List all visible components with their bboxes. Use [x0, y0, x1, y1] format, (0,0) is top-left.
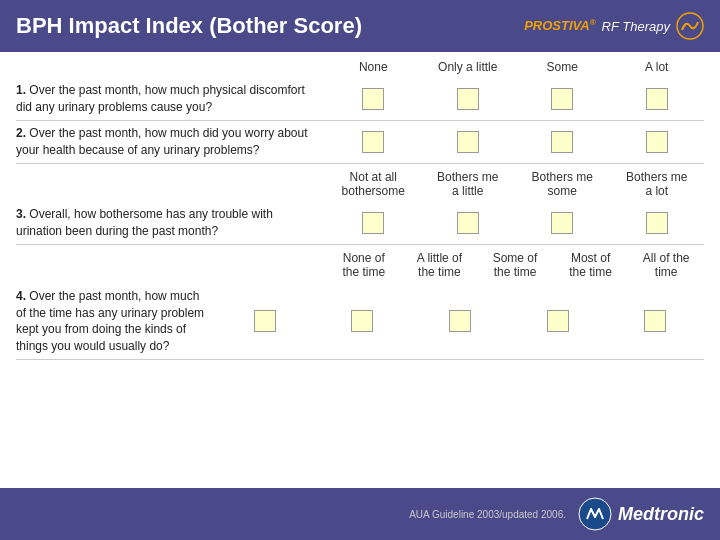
q2-alot-checkbox[interactable]: [646, 131, 668, 153]
q4-number: 4.: [16, 289, 26, 303]
section3-headers: None of the time A little of the time So…: [16, 245, 704, 284]
brand-rf: RF Therapy: [602, 19, 670, 34]
col-header-none-time: None of the time: [335, 251, 393, 280]
svg-point-1: [579, 498, 611, 530]
q3-bothers-lot-checkbox[interactable]: [646, 212, 668, 234]
question-1-row: 1. Over the past month, how much physica…: [16, 78, 704, 121]
medtronic-brand: Medtronic: [618, 504, 704, 525]
question-1-text: 1. Over the past month, how much physica…: [16, 82, 326, 116]
content: None Only a little Some A lot 1. Over th…: [0, 52, 720, 488]
question-4-text: 4. Over the past month, how much of the …: [16, 288, 216, 355]
q3-number: 3.: [16, 207, 26, 221]
q4-answers: [216, 310, 704, 332]
medtronic-icon: [578, 497, 612, 531]
q2-answers: [326, 131, 704, 153]
question-4-row: 4. Over the past month, how much of the …: [16, 284, 704, 360]
medtronic-logo: Medtronic: [578, 497, 704, 531]
question-2-row: 2. Over the past month, how much did you…: [16, 121, 704, 164]
section2-headers: Not at all bothersome Bothers me a littl…: [16, 164, 704, 203]
footer-note: AUA Guideline 2003/updated 2006.: [409, 509, 566, 520]
q3-bothers-some-checkbox[interactable]: [551, 212, 573, 234]
question-2-text: 2. Over the past month, how much did you…: [16, 125, 326, 159]
brand-logo: PROSTIVA® RF Therapy: [524, 12, 704, 40]
col-header-bothers-lot: Bothers me a lot: [622, 170, 692, 199]
q4-little-time-checkbox[interactable]: [351, 310, 373, 332]
section1-headers: None Only a little Some A lot: [16, 60, 704, 74]
q4-none-time-checkbox[interactable]: [254, 310, 276, 332]
col-header-alot: A lot: [622, 60, 692, 74]
page-title: BPH Impact Index (Bother Score): [16, 13, 362, 39]
q3-not-at-all-checkbox[interactable]: [362, 212, 384, 234]
page: BPH Impact Index (Bother Score) PROSTIVA…: [0, 0, 720, 540]
q1-some-checkbox[interactable]: [551, 88, 573, 110]
q1-only-little-checkbox[interactable]: [457, 88, 479, 110]
question-3-row: 3. Overall, how bothersome has any troub…: [16, 202, 704, 245]
col-header-bothers-little: Bothers me a little: [433, 170, 503, 199]
q4-some-time-checkbox[interactable]: [449, 310, 471, 332]
q3-answers: [326, 212, 704, 234]
q1-answers: [326, 88, 704, 110]
col-header-not-at-all: Not at all bothersome: [338, 170, 408, 199]
q2-none-checkbox[interactable]: [362, 131, 384, 153]
rf-icon: [676, 12, 704, 40]
q2-some-checkbox[interactable]: [551, 131, 573, 153]
col-header-bothers-some: Bothers me some: [527, 170, 597, 199]
q4-most-time-checkbox[interactable]: [547, 310, 569, 332]
brand-name: PROSTIVA®: [524, 18, 595, 33]
q2-only-little-checkbox[interactable]: [457, 131, 479, 153]
col-header-some-time: Some of the time: [486, 251, 544, 280]
footer: AUA Guideline 2003/updated 2006. Medtron…: [0, 488, 720, 540]
question-3-text: 3. Overall, how bothersome has any troub…: [16, 206, 326, 240]
q3-bothers-little-checkbox[interactable]: [457, 212, 479, 234]
q4-all-time-checkbox[interactable]: [644, 310, 666, 332]
q1-none-checkbox[interactable]: [362, 88, 384, 110]
col-header-little-time: A little of the time: [410, 251, 468, 280]
col-header-all-time: All of the time: [637, 251, 695, 280]
q1-alot-checkbox[interactable]: [646, 88, 668, 110]
col-header-only-little: Only a little: [433, 60, 503, 74]
col-header-some: Some: [527, 60, 597, 74]
header: BPH Impact Index (Bother Score) PROSTIVA…: [0, 0, 720, 52]
q2-number: 2.: [16, 126, 26, 140]
col-header-most-time: Most of the time: [562, 251, 620, 280]
q1-number: 1.: [16, 83, 26, 97]
col-header-none: None: [338, 60, 408, 74]
